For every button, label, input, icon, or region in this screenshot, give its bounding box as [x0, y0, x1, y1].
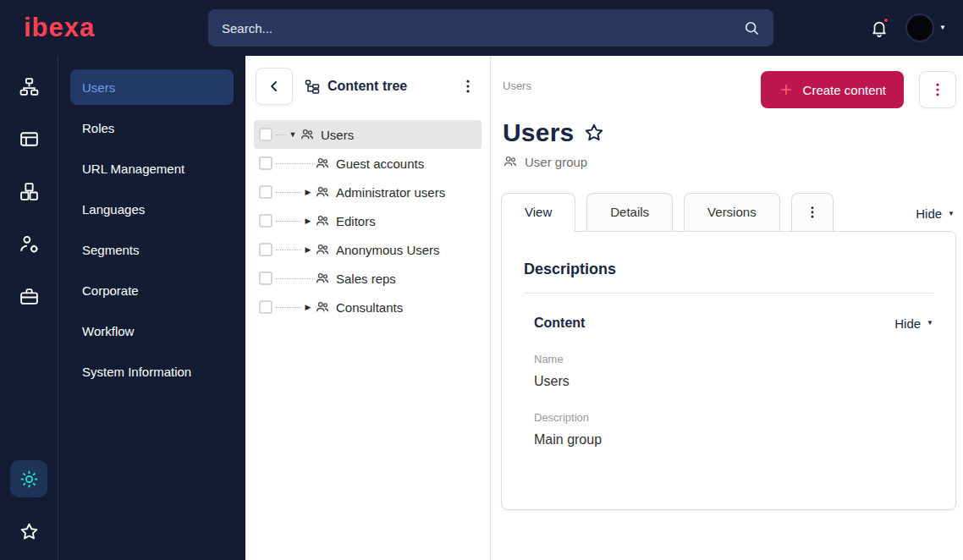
tree-item-label: Administrator users — [336, 185, 445, 200]
collapse-tree-button[interactable] — [256, 68, 293, 105]
create-content-label: Create content — [803, 83, 886, 97]
tree-item-checkbox[interactable] — [259, 214, 272, 228]
tree-item-label: Anonymous Users — [336, 243, 440, 257]
user-group-icon — [315, 242, 330, 257]
search-input[interactable] — [222, 21, 743, 36]
sidebar-item-workflow[interactable]: Workflow — [70, 313, 234, 349]
tab-versions[interactable]: Versions — [684, 193, 780, 231]
tree-item-editors[interactable]: ▶ Editors — [254, 206, 482, 235]
kebab-icon — [929, 81, 946, 98]
rail-item-content-structure[interactable] — [10, 68, 47, 105]
admin-sidebar: Users Roles URL Management Languages Seg… — [58, 56, 245, 560]
sidebar-item-url-management[interactable]: URL Management — [70, 151, 234, 186]
user-group-icon — [503, 154, 518, 169]
caret-down-icon: ▼ — [927, 320, 933, 327]
sidebar-item-label: Workflow — [82, 324, 134, 338]
more-actions-button[interactable] — [919, 71, 956, 108]
main-content: Users Create content Users User group — [491, 56, 963, 560]
content-type-row: User group — [501, 154, 956, 169]
tree-item-label: Consultants — [336, 300, 403, 315]
tree-item-checkbox[interactable] — [259, 300, 272, 314]
app-root: ibexa ▼ — [0, 0, 963, 560]
tree-item-checkbox[interactable] — [259, 272, 272, 285]
tree-item-checkbox[interactable] — [259, 243, 272, 256]
tree-item-guest-accounts[interactable]: Guest accounts — [254, 149, 482, 178]
icon-rail — [0, 56, 58, 560]
content-tree-title: Content tree — [304, 78, 407, 95]
hide-label: Hide — [894, 316, 921, 331]
tab-more[interactable] — [791, 193, 834, 231]
kebab-icon — [805, 205, 820, 220]
tree-item-checkbox[interactable] — [259, 156, 272, 170]
card-heading: Descriptions — [524, 261, 933, 278]
tree-item-consultants[interactable]: ▶ Consultants — [254, 293, 482, 321]
content-type-label: User group — [525, 155, 587, 169]
caret-right-icon[interactable]: ▶ — [301, 217, 315, 225]
ibexa-logo[interactable]: ibexa — [24, 13, 208, 43]
rail-item-content[interactable] — [10, 120, 47, 157]
tree-item-anonymous-users[interactable]: ▶ Anonymous Users — [254, 235, 482, 264]
user-menu[interactable]: ▼ — [905, 14, 946, 42]
bookmark-star-icon[interactable] — [583, 122, 605, 144]
caret-down-icon: ▼ — [948, 211, 955, 217]
tree-icon — [304, 78, 321, 95]
caret-right-icon[interactable]: ▶ — [301, 245, 315, 254]
sidebar-item-users[interactable]: Users — [70, 69, 234, 105]
sitemap-icon — [19, 76, 40, 97]
hide-section-toggle[interactable]: Hide ▼ — [894, 316, 933, 331]
sidebar-item-system-information[interactable]: System Information — [70, 354, 234, 389]
sidebar-item-label: Languages — [82, 202, 145, 217]
caret-down-icon[interactable]: ▼ — [286, 130, 300, 139]
tree-options-button[interactable] — [459, 78, 476, 95]
user-permissions-icon — [19, 233, 40, 255]
tab-label: Versions — [707, 205, 757, 219]
rail-item-modules[interactable] — [10, 173, 47, 210]
tree-connector — [276, 163, 315, 164]
tree-item-users[interactable]: ▼ Users — [254, 120, 482, 149]
content-section-header: Content Hide ▼ — [524, 316, 933, 331]
rail-item-toolbox[interactable] — [10, 277, 47, 315]
field-name: Name Users — [524, 353, 933, 389]
user-group-icon — [315, 299, 330, 315]
sidebar-item-label: Corporate — [82, 283, 139, 298]
tree-item-sales-reps[interactable]: Sales reps — [254, 264, 482, 293]
tree-item-administrator-users[interactable]: ▶ Administrator users — [254, 178, 482, 206]
divider — [524, 293, 933, 294]
tree-item-label: Editors — [336, 214, 376, 228]
hide-tabs-toggle[interactable]: Hide ▼ — [916, 206, 956, 231]
user-group-icon — [300, 127, 315, 142]
tree-connector — [276, 307, 301, 308]
sidebar-item-segments[interactable]: Segments — [70, 232, 234, 267]
sidebar-item-label: Roles — [82, 121, 114, 135]
plus-icon — [779, 82, 794, 97]
tree-connector — [276, 135, 286, 135]
caret-right-icon[interactable]: ▶ — [301, 303, 315, 311]
notifications-button[interactable] — [870, 19, 889, 37]
field-description: Description Main group — [524, 411, 933, 447]
rail-item-bookmarks[interactable] — [10, 513, 47, 550]
sidebar-item-corporate[interactable]: Corporate — [70, 272, 234, 308]
descriptions-card: Descriptions Content Hide ▼ Name Users D… — [501, 231, 956, 510]
tree-item-checkbox[interactable] — [259, 128, 272, 141]
breadcrumb[interactable]: Users — [503, 80, 531, 92]
sidebar-item-roles[interactable]: Roles — [70, 110, 234, 145]
user-group-icon — [315, 213, 330, 228]
sidebar-item-languages[interactable]: Languages — [70, 191, 234, 227]
tab-view[interactable]: View — [501, 193, 575, 231]
topbar-right: ▼ — [870, 14, 946, 42]
create-content-button[interactable]: Create content — [761, 71, 904, 108]
tab-label: View — [525, 205, 552, 219]
toolbox-icon — [19, 286, 40, 307]
rail-item-permissions[interactable] — [10, 225, 47, 262]
bookmarks-star-icon — [19, 521, 40, 542]
tree-connector — [276, 221, 301, 222]
tree-connector — [276, 250, 301, 250]
section-heading: Content — [534, 316, 585, 331]
tree-item-checkbox[interactable] — [259, 185, 272, 199]
user-group-icon — [315, 271, 330, 286]
tabs-row: View Details Versions Hide ▼ — [501, 193, 956, 231]
tab-details[interactable]: Details — [586, 193, 673, 231]
caret-right-icon[interactable]: ▶ — [301, 188, 315, 196]
title-row: Users — [501, 118, 956, 147]
rail-item-settings[interactable] — [10, 460, 47, 497]
